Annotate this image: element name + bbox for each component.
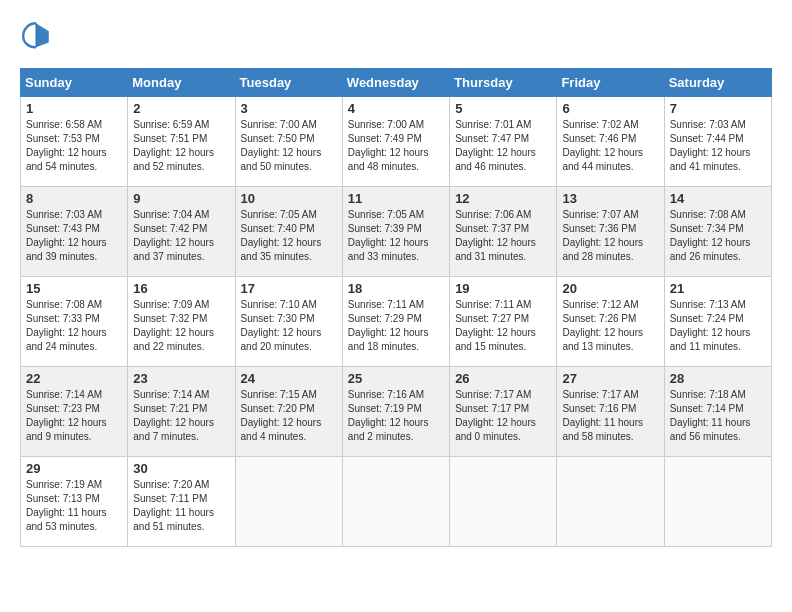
calendar-cell: 25Sunrise: 7:16 AM Sunset: 7:19 PM Dayli… [342, 367, 449, 457]
day-info: Sunrise: 7:05 AM Sunset: 7:40 PM Dayligh… [241, 208, 337, 264]
day-number: 11 [348, 191, 444, 206]
day-info: Sunrise: 7:00 AM Sunset: 7:49 PM Dayligh… [348, 118, 444, 174]
day-number: 5 [455, 101, 551, 116]
calendar-cell [342, 457, 449, 547]
calendar-cell: 12Sunrise: 7:06 AM Sunset: 7:37 PM Dayli… [450, 187, 557, 277]
calendar-cell: 7Sunrise: 7:03 AM Sunset: 7:44 PM Daylig… [664, 97, 771, 187]
day-number: 30 [133, 461, 229, 476]
day-info: Sunrise: 7:17 AM Sunset: 7:16 PM Dayligh… [562, 388, 658, 444]
day-number: 27 [562, 371, 658, 386]
calendar-week-row: 8Sunrise: 7:03 AM Sunset: 7:43 PM Daylig… [21, 187, 772, 277]
calendar-week-row: 22Sunrise: 7:14 AM Sunset: 7:23 PM Dayli… [21, 367, 772, 457]
day-number: 4 [348, 101, 444, 116]
calendar-cell: 26Sunrise: 7:17 AM Sunset: 7:17 PM Dayli… [450, 367, 557, 457]
calendar-cell: 27Sunrise: 7:17 AM Sunset: 7:16 PM Dayli… [557, 367, 664, 457]
calendar-week-row: 29Sunrise: 7:19 AM Sunset: 7:13 PM Dayli… [21, 457, 772, 547]
day-info: Sunrise: 6:59 AM Sunset: 7:51 PM Dayligh… [133, 118, 229, 174]
calendar-cell: 17Sunrise: 7:10 AM Sunset: 7:30 PM Dayli… [235, 277, 342, 367]
calendar-cell: 24Sunrise: 7:15 AM Sunset: 7:20 PM Dayli… [235, 367, 342, 457]
day-info: Sunrise: 7:11 AM Sunset: 7:29 PM Dayligh… [348, 298, 444, 354]
calendar-cell: 1Sunrise: 6:58 AM Sunset: 7:53 PM Daylig… [21, 97, 128, 187]
day-number: 9 [133, 191, 229, 206]
weekday-header-tuesday: Tuesday [235, 69, 342, 97]
weekday-header-friday: Friday [557, 69, 664, 97]
calendar-cell: 19Sunrise: 7:11 AM Sunset: 7:27 PM Dayli… [450, 277, 557, 367]
day-info: Sunrise: 7:03 AM Sunset: 7:43 PM Dayligh… [26, 208, 122, 264]
calendar-cell: 15Sunrise: 7:08 AM Sunset: 7:33 PM Dayli… [21, 277, 128, 367]
logo [20, 20, 56, 52]
day-info: Sunrise: 7:00 AM Sunset: 7:50 PM Dayligh… [241, 118, 337, 174]
calendar-cell: 5Sunrise: 7:01 AM Sunset: 7:47 PM Daylig… [450, 97, 557, 187]
day-info: Sunrise: 7:15 AM Sunset: 7:20 PM Dayligh… [241, 388, 337, 444]
day-number: 18 [348, 281, 444, 296]
day-number: 2 [133, 101, 229, 116]
day-info: Sunrise: 7:03 AM Sunset: 7:44 PM Dayligh… [670, 118, 766, 174]
day-number: 16 [133, 281, 229, 296]
calendar-week-row: 15Sunrise: 7:08 AM Sunset: 7:33 PM Dayli… [21, 277, 772, 367]
calendar-cell: 29Sunrise: 7:19 AM Sunset: 7:13 PM Dayli… [21, 457, 128, 547]
day-number: 24 [241, 371, 337, 386]
logo-icon [20, 20, 52, 52]
day-info: Sunrise: 7:20 AM Sunset: 7:11 PM Dayligh… [133, 478, 229, 534]
day-info: Sunrise: 7:19 AM Sunset: 7:13 PM Dayligh… [26, 478, 122, 534]
calendar-cell: 13Sunrise: 7:07 AM Sunset: 7:36 PM Dayli… [557, 187, 664, 277]
weekday-header-monday: Monday [128, 69, 235, 97]
day-number: 29 [26, 461, 122, 476]
weekday-header-thursday: Thursday [450, 69, 557, 97]
weekday-header-wednesday: Wednesday [342, 69, 449, 97]
day-number: 13 [562, 191, 658, 206]
day-number: 15 [26, 281, 122, 296]
calendar-cell [664, 457, 771, 547]
day-number: 8 [26, 191, 122, 206]
day-number: 19 [455, 281, 551, 296]
calendar-cell: 23Sunrise: 7:14 AM Sunset: 7:21 PM Dayli… [128, 367, 235, 457]
calendar-cell: 16Sunrise: 7:09 AM Sunset: 7:32 PM Dayli… [128, 277, 235, 367]
calendar-cell: 30Sunrise: 7:20 AM Sunset: 7:11 PM Dayli… [128, 457, 235, 547]
day-info: Sunrise: 7:06 AM Sunset: 7:37 PM Dayligh… [455, 208, 551, 264]
day-number: 12 [455, 191, 551, 206]
calendar-cell: 18Sunrise: 7:11 AM Sunset: 7:29 PM Dayli… [342, 277, 449, 367]
weekday-header-sunday: Sunday [21, 69, 128, 97]
calendar-table: SundayMondayTuesdayWednesdayThursdayFrid… [20, 68, 772, 547]
calendar-cell: 9Sunrise: 7:04 AM Sunset: 7:42 PM Daylig… [128, 187, 235, 277]
day-info: Sunrise: 7:17 AM Sunset: 7:17 PM Dayligh… [455, 388, 551, 444]
day-number: 1 [26, 101, 122, 116]
calendar-cell: 8Sunrise: 7:03 AM Sunset: 7:43 PM Daylig… [21, 187, 128, 277]
calendar-cell: 22Sunrise: 7:14 AM Sunset: 7:23 PM Dayli… [21, 367, 128, 457]
calendar-cell: 4Sunrise: 7:00 AM Sunset: 7:49 PM Daylig… [342, 97, 449, 187]
day-number: 3 [241, 101, 337, 116]
day-info: Sunrise: 7:10 AM Sunset: 7:30 PM Dayligh… [241, 298, 337, 354]
calendar-week-row: 1Sunrise: 6:58 AM Sunset: 7:53 PM Daylig… [21, 97, 772, 187]
day-number: 21 [670, 281, 766, 296]
day-info: Sunrise: 6:58 AM Sunset: 7:53 PM Dayligh… [26, 118, 122, 174]
day-info: Sunrise: 7:13 AM Sunset: 7:24 PM Dayligh… [670, 298, 766, 354]
day-info: Sunrise: 7:07 AM Sunset: 7:36 PM Dayligh… [562, 208, 658, 264]
day-number: 14 [670, 191, 766, 206]
day-number: 28 [670, 371, 766, 386]
day-info: Sunrise: 7:12 AM Sunset: 7:26 PM Dayligh… [562, 298, 658, 354]
day-info: Sunrise: 7:18 AM Sunset: 7:14 PM Dayligh… [670, 388, 766, 444]
day-number: 22 [26, 371, 122, 386]
calendar-cell: 28Sunrise: 7:18 AM Sunset: 7:14 PM Dayli… [664, 367, 771, 457]
calendar-cell: 3Sunrise: 7:00 AM Sunset: 7:50 PM Daylig… [235, 97, 342, 187]
day-info: Sunrise: 7:02 AM Sunset: 7:46 PM Dayligh… [562, 118, 658, 174]
day-info: Sunrise: 7:08 AM Sunset: 7:34 PM Dayligh… [670, 208, 766, 264]
calendar-cell [235, 457, 342, 547]
day-number: 10 [241, 191, 337, 206]
day-number: 23 [133, 371, 229, 386]
day-number: 25 [348, 371, 444, 386]
calendar-cell: 11Sunrise: 7:05 AM Sunset: 7:39 PM Dayli… [342, 187, 449, 277]
page-header [20, 20, 772, 52]
day-info: Sunrise: 7:09 AM Sunset: 7:32 PM Dayligh… [133, 298, 229, 354]
day-info: Sunrise: 7:01 AM Sunset: 7:47 PM Dayligh… [455, 118, 551, 174]
day-info: Sunrise: 7:08 AM Sunset: 7:33 PM Dayligh… [26, 298, 122, 354]
day-number: 7 [670, 101, 766, 116]
day-number: 26 [455, 371, 551, 386]
calendar-cell: 2Sunrise: 6:59 AM Sunset: 7:51 PM Daylig… [128, 97, 235, 187]
day-info: Sunrise: 7:14 AM Sunset: 7:23 PM Dayligh… [26, 388, 122, 444]
day-info: Sunrise: 7:05 AM Sunset: 7:39 PM Dayligh… [348, 208, 444, 264]
calendar-cell: 21Sunrise: 7:13 AM Sunset: 7:24 PM Dayli… [664, 277, 771, 367]
day-number: 20 [562, 281, 658, 296]
calendar-cell [450, 457, 557, 547]
calendar-header-row: SundayMondayTuesdayWednesdayThursdayFrid… [21, 69, 772, 97]
